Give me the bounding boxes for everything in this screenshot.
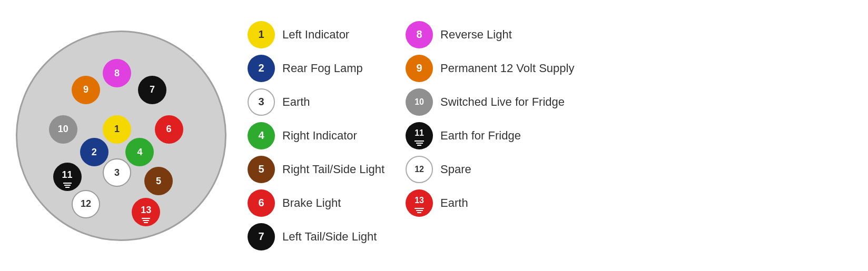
legend-badge-13: 13 <box>406 189 433 217</box>
legend-num-4: 4 <box>258 129 264 142</box>
pin-label-1: 1 <box>114 124 120 135</box>
pin-label-3: 3 <box>114 167 120 178</box>
connector-pin-4: 4 <box>125 138 154 166</box>
legend-left-column: 1Left Indicator2Rear Fog Lamp3Earth4Righ… <box>248 21 384 250</box>
legend-badge-8: 8 <box>406 21 433 48</box>
legend-label-10: Switched Live for Fridge <box>440 95 565 109</box>
earth-lines-11 <box>63 183 72 188</box>
pin-label-7: 7 <box>150 84 155 95</box>
legend-badge-5: 5 <box>248 156 275 183</box>
earth-line <box>64 185 71 186</box>
legend-num-2: 2 <box>258 62 264 74</box>
legend-label-11: Earth for Fridge <box>440 129 521 143</box>
legend-label-3: Earth <box>282 95 310 109</box>
main-container: 12345678910111213 1Left Indicator2Rear F… <box>0 16 868 256</box>
legend-label-1: Left Indicator <box>282 28 349 42</box>
earth-line <box>65 187 70 188</box>
legend-badge-7: 7 <box>248 223 275 250</box>
connector-diagram: 12345678910111213 <box>11 25 232 246</box>
earth-line <box>144 222 148 223</box>
legend-item: 2Rear Fog Lamp <box>248 55 384 82</box>
legend-label-9: Permanent 12 Volt Supply <box>440 62 574 75</box>
connector-pin-3: 3 <box>103 158 131 187</box>
legend-badge-3: 3 <box>248 88 275 116</box>
legend-item: 5Right Tail/Side Light <box>248 156 384 183</box>
pin-label-12: 12 <box>81 198 91 209</box>
legend-num-8: 8 <box>416 28 422 41</box>
legend-item: 8Reverse Light <box>406 21 574 48</box>
earth-lines-13 <box>142 218 150 223</box>
connector-circle: 12345678910111213 <box>16 31 226 241</box>
legend-label-6: Brake Light <box>282 196 341 210</box>
legend-earth-line <box>417 145 421 146</box>
legend-num-12: 12 <box>415 165 424 174</box>
connector-pin-12: 12 <box>72 190 100 218</box>
connector-pin-8: 8 <box>103 59 131 87</box>
connector-pin-7: 7 <box>138 76 166 104</box>
legend-num-10: 10 <box>415 97 424 107</box>
legend-label-7: Left Tail/Side Light <box>282 230 377 244</box>
legend-label-4: Right Indicator <box>282 129 357 143</box>
pin-label-9: 9 <box>83 84 88 95</box>
earth-line <box>63 183 72 184</box>
earth-line <box>142 218 150 219</box>
legend-container: 1Left Indicator2Rear Fog Lamp3Earth4Righ… <box>248 21 857 250</box>
legend-badge-9: 9 <box>406 55 433 82</box>
legend-earth-line <box>415 140 424 142</box>
connector-pin-5: 5 <box>144 167 173 195</box>
legend-right-column: 8Reverse Light9Permanent 12 Volt Supply1… <box>406 21 574 250</box>
connector-pin-11: 11 <box>53 163 82 191</box>
pin-label-10: 10 <box>58 124 68 135</box>
legend-item: 6Brake Light <box>248 189 384 217</box>
legend-earth-line <box>417 212 421 213</box>
connector-pin-10: 10 <box>49 115 77 144</box>
legend-badge-6: 6 <box>248 189 275 217</box>
connector-pin-13: 13 <box>132 198 160 226</box>
legend-num-3: 3 <box>258 96 264 108</box>
legend-num-5: 5 <box>258 163 264 175</box>
legend-item: 4Right Indicator <box>248 122 384 149</box>
pin-label-8: 8 <box>114 68 120 79</box>
earth-line <box>143 220 149 221</box>
legend-label-5: Right Tail/Side Light <box>282 163 384 176</box>
legend-earth-line <box>416 143 423 144</box>
legend-badge-4: 4 <box>248 122 275 149</box>
pin-label-2: 2 <box>92 147 97 158</box>
legend-num-1: 1 <box>258 28 264 41</box>
legend-label-8: Reverse Light <box>440 28 512 42</box>
connector-pin-9: 9 <box>72 76 100 104</box>
legend-item: 11Earth for Fridge <box>406 122 574 149</box>
legend-item: 10Switched Live for Fridge <box>406 88 574 116</box>
legend-earth-lines-11 <box>415 140 424 146</box>
legend-earth-line <box>416 210 423 211</box>
pin-label-4: 4 <box>137 147 142 158</box>
pin-label-6: 6 <box>166 124 172 135</box>
connector-pin-6: 6 <box>155 115 183 144</box>
legend-earth-line <box>415 208 424 209</box>
legend-item: 3Earth <box>248 88 384 116</box>
legend-item: 9Permanent 12 Volt Supply <box>406 55 574 82</box>
legend-label-12: Spare <box>440 163 471 176</box>
legend-label-2: Rear Fog Lamp <box>282 62 363 75</box>
legend-item: 12Spare <box>406 156 574 183</box>
connector-pin-2: 2 <box>80 138 108 166</box>
connector-pin-1: 1 <box>103 115 131 144</box>
legend-num-7: 7 <box>258 230 264 243</box>
pin-label-5: 5 <box>156 176 161 187</box>
legend-badge-1: 1 <box>248 21 275 48</box>
legend-num-6: 6 <box>258 197 264 209</box>
legend-badge-12: 12 <box>406 156 433 183</box>
legend-label-13: Earth <box>440 196 468 210</box>
legend-item: 13Earth <box>406 189 574 217</box>
legend-num-9: 9 <box>416 62 422 74</box>
legend-badge-2: 2 <box>248 55 275 82</box>
legend-badge-11: 11 <box>406 122 433 149</box>
legend-item: 7Left Tail/Side Light <box>248 223 384 250</box>
legend-earth-lines-13 <box>415 208 424 213</box>
legend-badge-10: 10 <box>406 88 433 116</box>
legend-item: 1Left Indicator <box>248 21 384 48</box>
